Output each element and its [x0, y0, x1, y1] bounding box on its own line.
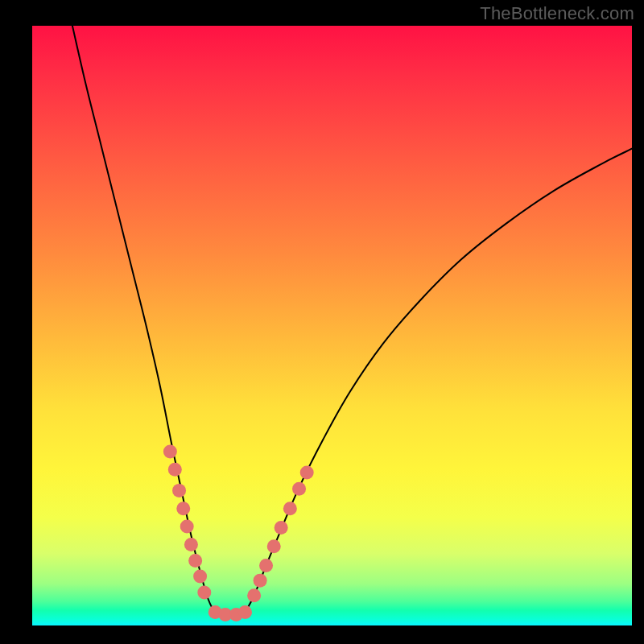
- marker-dot: [259, 559, 273, 572]
- chart-svg: [32, 26, 632, 625]
- marker-dot: [283, 502, 297, 515]
- marker-dot: [176, 502, 190, 515]
- plot-area: [32, 26, 632, 625]
- marker-dot: [267, 539, 281, 553]
- marker-dot: [172, 484, 186, 497]
- marker-dot: [163, 444, 177, 458]
- marker-dot: [247, 588, 261, 602]
- watermark-text: TheBottleneck.com: [480, 3, 634, 24]
- marker-dot: [254, 574, 267, 588]
- marker-dot: [238, 605, 252, 619]
- curve-group: [72, 26, 632, 615]
- curve-right-branch: [245, 149, 632, 613]
- marker-dot: [188, 554, 202, 568]
- marker-group: [163, 444, 314, 621]
- marker-dot: [184, 538, 198, 551]
- marker-dot: [168, 463, 182, 477]
- marker-dot: [180, 520, 194, 534]
- marker-dot: [275, 521, 288, 535]
- marker-dot: [300, 466, 314, 480]
- marker-dot: [292, 482, 306, 496]
- chart-frame: TheBottleneck.com: [0, 0, 644, 644]
- marker-dot: [197, 586, 211, 600]
- curve-left-branch: [72, 26, 215, 613]
- marker-dot: [193, 569, 207, 583]
